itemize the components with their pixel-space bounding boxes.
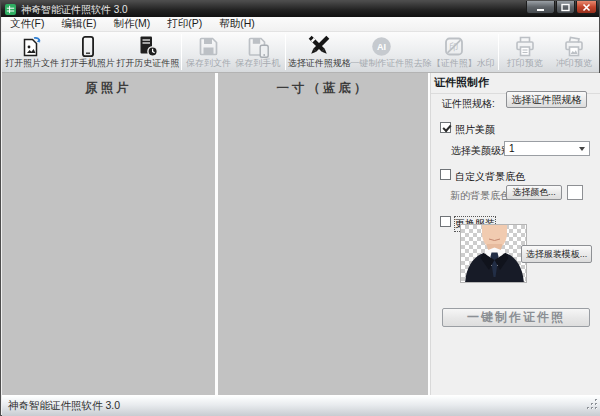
menu-file[interactable]: 文件(F) xyxy=(10,17,44,31)
beauty-level-select[interactable]: 1 xyxy=(504,141,590,156)
sidebar-panel: 证件照制作 证件照规格: 选择证件照规格 照片美颜 选择美颜级别: 1 自定义背… xyxy=(430,73,600,395)
app-window: 神奇智能证件照软件 3.0 文件(F) 编辑(E) 制作(M) 打印(P) 帮助… xyxy=(0,0,600,416)
toolbar-separator xyxy=(498,34,499,70)
toolbar-button-label: 打印预览 xyxy=(507,58,543,69)
toolbar-ai-make: AI 一键制作证件照 xyxy=(351,33,413,71)
result-photo-panel: 一寸（蓝底） xyxy=(218,73,428,395)
save-to-file-icon xyxy=(197,35,220,58)
toolbar-save-to-phone: 保存到手机 xyxy=(233,33,283,71)
make-id-photo-button: 一键制作证件照 xyxy=(442,308,590,327)
menubar: 文件(F) 编辑(E) 制作(M) 打印(P) 帮助(H) xyxy=(2,17,599,32)
toolbar-save-to-file: 保存到文件 xyxy=(184,33,232,71)
window-controls xyxy=(525,1,597,14)
toolbar-open-photo-file[interactable]: 打开照片文件 xyxy=(4,33,60,71)
toolbar-button-label: 打开手机照片 xyxy=(61,58,115,69)
print-preview-icon xyxy=(513,35,537,58)
beauty-checkbox[interactable] xyxy=(440,122,451,133)
choose-clothes-template-button[interactable]: 选择服装模板... xyxy=(521,245,592,263)
toolbar-button-label: 打开照片文件 xyxy=(5,58,59,69)
open-history-photo-icon xyxy=(136,35,160,58)
beauty-checkbox-label[interactable]: 照片美颜 xyxy=(455,123,495,137)
maximize-button[interactable] xyxy=(556,1,575,14)
original-panel-title: 原照片 xyxy=(2,80,215,97)
toolbar-select-spec[interactable]: 选择证件照规格 xyxy=(288,33,351,71)
toolbar-photo-print-preview: 冲印预览 xyxy=(549,33,599,71)
toolbar-remove-watermark: 印 去除【证件照】水印 xyxy=(413,33,496,71)
statusbar: 神奇智能证件照软件 3.0 xyxy=(2,395,600,416)
clothes-checkbox[interactable] xyxy=(440,216,451,227)
toolbar-separator xyxy=(181,34,182,70)
result-panel-title: 一寸（蓝底） xyxy=(218,80,428,97)
beauty-level-value: 1 xyxy=(509,143,515,154)
menu-print[interactable]: 打印(P) xyxy=(167,17,202,31)
open-photo-file-icon xyxy=(20,35,44,58)
toolbar: 打开照片文件 打开手机照片 打开历史证件照 保存到文件 保存到手机 xyxy=(2,32,599,73)
remove-watermark-icon: 印 xyxy=(442,35,466,58)
toolbar-button-label: 选择证件照规格 xyxy=(288,58,351,69)
resize-grip[interactable] xyxy=(587,396,598,414)
app-logo-icon xyxy=(5,4,16,15)
chevron-down-icon xyxy=(579,147,585,151)
toolbar-button-label: 打开历史证件照 xyxy=(116,58,179,69)
minimize-button[interactable] xyxy=(526,1,555,14)
toolbar-button-label: 保存到手机 xyxy=(235,58,280,69)
status-text: 神奇智能证件照软件 3.0 xyxy=(8,399,120,413)
toolbar-separator xyxy=(285,34,286,70)
titlebar: 神奇智能证件照软件 3.0 xyxy=(1,1,599,17)
bg-color-label: 新的背景底色: xyxy=(450,189,513,203)
toolbar-button-label: 一键制作证件照 xyxy=(350,58,413,69)
select-spec-button[interactable]: 选择证件照规格 xyxy=(506,91,587,108)
menu-make[interactable]: 制作(M) xyxy=(113,17,150,31)
toolbar-open-phone-photo[interactable]: 打开手机照片 xyxy=(60,33,116,71)
suit-person-image xyxy=(461,225,527,283)
original-photo-panel: 原照片 xyxy=(2,73,215,395)
bg-color-swatch[interactable] xyxy=(567,185,583,200)
main-area: 原照片 一寸（蓝底） 证件照制作 证件照规格: 选择证件照规格 照片美颜 选择美… xyxy=(2,73,600,395)
spec-label: 证件照规格: xyxy=(442,97,495,111)
toolbar-print-preview: 打印预览 xyxy=(501,33,549,71)
close-icon xyxy=(582,3,591,12)
minimize-icon xyxy=(536,3,545,12)
close-button[interactable] xyxy=(576,1,597,14)
toolbar-button-label: 保存到文件 xyxy=(186,58,231,69)
custom-bg-checkbox-label[interactable]: 自定义背景底色 xyxy=(455,170,525,184)
photo-print-preview-icon xyxy=(562,35,586,58)
select-spec-icon xyxy=(307,35,331,58)
save-to-phone-icon xyxy=(246,35,270,58)
toolbar-button-label: 去除【证件照】水印 xyxy=(414,58,495,69)
toolbar-open-history-photo[interactable]: 打开历史证件照 xyxy=(116,33,180,71)
maximize-icon xyxy=(561,3,570,12)
custom-bg-checkbox[interactable] xyxy=(440,169,451,180)
ai-make-icon: AI xyxy=(370,35,393,58)
menu-edit[interactable]: 编辑(E) xyxy=(61,17,96,31)
svg-text:AI: AI xyxy=(377,42,386,52)
toolbar-button-label: 冲印预览 xyxy=(556,58,592,69)
window-title: 神奇智能证件照软件 3.0 xyxy=(21,4,128,15)
clothes-template-thumbnail xyxy=(460,224,527,283)
open-phone-photo-icon xyxy=(77,35,99,58)
menu-help[interactable]: 帮助(H) xyxy=(219,17,255,31)
choose-color-button[interactable]: 选择颜色... xyxy=(506,185,562,200)
